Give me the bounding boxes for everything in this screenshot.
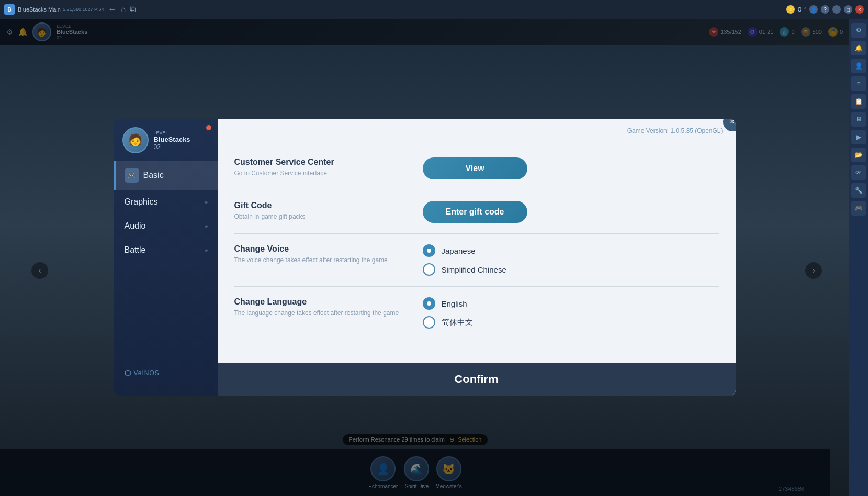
sidebar-user: 🧑 LEVEL BlueStacks 02 bbox=[114, 119, 218, 162]
settings-panel: × Game Version: 1.0.5.35 (OpenGL) Custom… bbox=[218, 119, 736, 396]
nav-basic-label: Basic bbox=[143, 171, 164, 180]
gift-code-control: Enter gift code bbox=[423, 201, 719, 223]
settings-header: Game Version: 1.0.5.35 (OpenGL) bbox=[218, 119, 736, 139]
separator: ° bbox=[804, 7, 806, 13]
titlebar: B BlueStacks Main 5.21,560.1027 P:64 ← ⌂… bbox=[0, 0, 868, 19]
nav-battle-label: Battle bbox=[125, 245, 146, 255]
change-language-row: Change Language The language change take… bbox=[234, 287, 719, 339]
gift-code-labels: Gift Code Obtain in-game gift packs bbox=[234, 201, 412, 221]
customer-service-desc: Go to Customer Service interface bbox=[234, 169, 412, 178]
lang-english-label: English bbox=[442, 299, 467, 308]
sidebar-lv: 02 bbox=[154, 143, 190, 151]
enter-gift-code-button[interactable]: Enter gift code bbox=[423, 201, 527, 223]
sidebar-username: BlueStacks bbox=[154, 136, 190, 143]
help-icon[interactable]: ? bbox=[821, 5, 829, 14]
rs-icon-5[interactable]: 📋 bbox=[851, 94, 866, 109]
close-btn[interactable]: × bbox=[855, 5, 864, 14]
right-sidebar: ⚙ 🔔 👤 ≡ 📋 🖥 ▶ 📂 👁 🔧 🎮 bbox=[849, 19, 868, 496]
rs-icon-3[interactable]: 👤 bbox=[851, 59, 866, 73]
nav-home-btn[interactable]: ⌂ bbox=[121, 5, 126, 14]
change-voice-row: Change Voice The voice change takes effe… bbox=[234, 234, 719, 287]
titlebar-nav: ← ⌂ ⧉ bbox=[108, 5, 136, 14]
coin-count: 0 bbox=[798, 6, 801, 13]
sidebar-level-label: LEVEL bbox=[154, 130, 190, 136]
gift-code-row: Gift Code Obtain in-game gift packs Ente… bbox=[234, 190, 719, 234]
rs-icon-10[interactable]: 🔧 bbox=[851, 183, 866, 198]
lang-english-radio[interactable] bbox=[423, 297, 435, 310]
change-voice-control: Japanese Simplified Chinese bbox=[423, 244, 719, 276]
bluestacks-logo: B bbox=[4, 4, 15, 15]
nav-back-btn[interactable]: ← bbox=[108, 5, 117, 14]
view-button[interactable]: View bbox=[423, 157, 527, 179]
voice-simplified-chinese-label: Simplified Chinese bbox=[442, 265, 506, 274]
profile-icon[interactable]: 👤 bbox=[809, 5, 818, 14]
coin-icon: 🪙 bbox=[786, 5, 795, 14]
settings-sidebar: 🧑 LEVEL BlueStacks 02 🎮 Basic Graphics ›… bbox=[114, 119, 218, 396]
settings-content: Customer Service Center Go to Customer S… bbox=[218, 139, 736, 363]
rs-icon-4[interactable]: ≡ bbox=[851, 76, 866, 91]
gift-code-label: Gift Code bbox=[234, 201, 412, 210]
settings-dialog: 🧑 LEVEL BlueStacks 02 🎮 Basic Graphics ›… bbox=[114, 119, 736, 396]
version-text: Game Version: 1.0.5.35 (OpenGL) bbox=[627, 127, 723, 134]
rs-icon-2[interactable]: 🔔 bbox=[851, 41, 866, 55]
change-language-label: Change Language bbox=[234, 297, 412, 307]
lang-english-option[interactable]: English bbox=[423, 297, 719, 310]
modal-overlay: 🧑 LEVEL BlueStacks 02 🎮 Basic Graphics ›… bbox=[0, 19, 849, 496]
voice-japanese-radio[interactable] bbox=[423, 244, 435, 257]
voice-simplified-chinese-radio[interactable] bbox=[423, 263, 435, 276]
rs-icon-6[interactable]: 🖥 bbox=[851, 112, 866, 127]
basic-icon: 🎮 bbox=[125, 168, 139, 183]
graphics-arrows: ››› bbox=[205, 199, 207, 205]
change-voice-labels: Change Voice The voice change takes effe… bbox=[234, 244, 412, 265]
lang-simplified-chinese-radio[interactable] bbox=[423, 316, 435, 329]
window-controls: 🪙 0 ° 👤 ? — □ × bbox=[786, 5, 864, 14]
veinos-logo: ⬡ VeINOS bbox=[114, 360, 218, 386]
notification-dot bbox=[206, 125, 211, 130]
gift-code-desc: Obtain in-game gift packs bbox=[234, 212, 412, 221]
rs-icon-7[interactable]: ▶ bbox=[851, 130, 866, 144]
customer-service-labels: Customer Service Center Go to Customer S… bbox=[234, 157, 412, 178]
change-voice-desc: The voice change takes effect after rest… bbox=[234, 256, 412, 265]
app-version: 5.21,560.1027 P:64 bbox=[63, 7, 104, 12]
nav-basic[interactable]: 🎮 Basic bbox=[114, 161, 218, 190]
lang-simplified-chinese-label: 简休中文 bbox=[442, 318, 473, 328]
customer-service-label: Customer Service Center bbox=[234, 157, 412, 167]
change-language-control: English 简休中文 bbox=[423, 297, 719, 329]
rs-icon-9[interactable]: 👁 bbox=[851, 165, 866, 180]
sidebar-avatar: 🧑 bbox=[122, 127, 149, 153]
active-bar bbox=[114, 161, 116, 190]
nav-copy-btn[interactable]: ⧉ bbox=[130, 5, 136, 14]
confirm-bar[interactable]: Confirm bbox=[218, 363, 736, 396]
rs-icon-11[interactable]: 🎮 bbox=[851, 201, 866, 216]
change-language-labels: Change Language The language change take… bbox=[234, 297, 412, 318]
battle-arrows: ››› bbox=[205, 247, 207, 253]
customer-service-control: View bbox=[423, 157, 719, 179]
customer-service-row: Customer Service Center Go to Customer S… bbox=[234, 147, 719, 190]
sidebar-user-info: LEVEL BlueStacks 02 bbox=[154, 130, 190, 151]
rs-icon-1[interactable]: ⚙ bbox=[851, 23, 866, 38]
change-voice-label: Change Voice bbox=[234, 244, 412, 254]
rs-icon-8[interactable]: 📂 bbox=[851, 148, 866, 162]
nav-audio[interactable]: Audio ››› bbox=[114, 214, 218, 238]
app-name: BlueStacks Main bbox=[18, 6, 61, 13]
nav-graphics-label: Graphics bbox=[125, 197, 158, 207]
maximize-btn[interactable]: □ bbox=[844, 5, 852, 14]
change-language-desc: The language change takes effect after r… bbox=[234, 309, 412, 318]
nav-graphics[interactable]: Graphics ››› bbox=[114, 190, 218, 214]
confirm-label: Confirm bbox=[454, 373, 498, 386]
nav-battle[interactable]: Battle ››› bbox=[114, 238, 218, 262]
minimize-btn[interactable]: — bbox=[832, 5, 841, 14]
audio-arrows: ››› bbox=[205, 223, 207, 229]
lang-simplified-chinese-option[interactable]: 简休中文 bbox=[423, 316, 719, 329]
voice-japanese-label: Japanese bbox=[442, 246, 476, 255]
voice-simplified-chinese-option[interactable]: Simplified Chinese bbox=[423, 263, 719, 276]
nav-audio-label: Audio bbox=[125, 221, 146, 231]
voice-japanese-option[interactable]: Japanese bbox=[423, 244, 719, 257]
